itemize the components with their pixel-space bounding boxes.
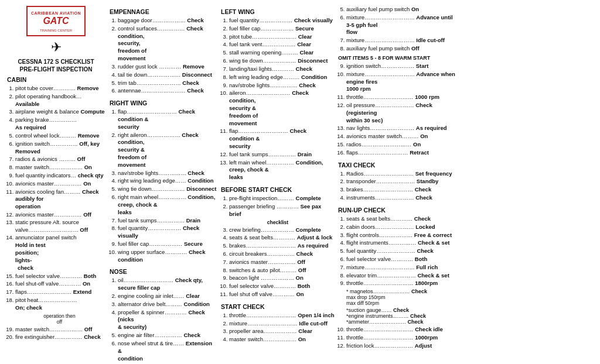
list-item: circuit breakers…………… Check [229,250,335,258]
list-item: flaps……………………… Retract [346,149,593,157]
list-item: engine air filter…………… Check [118,332,217,339]
list-item: left main wheel…………… Condition,creep, ch… [229,159,335,181]
left-wing-list: fuel quantity……………… Check visually fuel … [221,17,335,181]
list-item: pre-flight inspection……… Complete [229,195,335,202]
before-start-list-2: crew briefing……………… Complete seats & sea… [221,226,335,298]
list-item: fuel tank sumps…………… Drain [118,217,217,225]
list-item: master switch……………… Off [15,326,105,334]
cabin-title: CABIN [7,76,105,83]
list-item: control wheel lock……… Remove [15,132,105,140]
list-item: aileron…………………… Checkcondition,security … [229,90,335,127]
list-item: oil pressure………………… Check(registeringwit… [346,102,593,124]
list-item: cabin doors………………… Locked [346,224,593,231]
list-item: right wing leading edge…… Condition [118,177,217,185]
before-start-title: BEFORE START CHECK [221,186,335,193]
list-item: mixture……………………… Advance whenengine fire… [346,71,593,93]
col-left: CARIBBEAN AVIATION GATC TRAINING CENTER … [7,6,110,364]
list-item: fuel tank vent……………… Clear [229,41,335,49]
list-item: rudder gust lock ………… Remove [118,63,217,71]
list-item: pitot tube…………………… Clear [229,33,335,41]
list-item: wing tie down……………… Disconnect [229,57,335,65]
runup-list: seats & seat belts………… Check cabin doors… [338,215,593,287]
nose-title: NOSE [110,268,217,275]
list-item: ignition switch…………… Off, keyRemoved [15,140,105,156]
taxi-title: TAXI CHECK [338,162,593,169]
col-right-mid: LEFT WING fuel quantity……………… Check visu… [221,6,338,364]
list-item: avionics cooling fan……… Checkaudibly for… [15,188,105,211]
list-item: throttle……………………… Open 1/4 inch [229,312,335,320]
list-item: elevator trim………………… Check & set [346,272,593,280]
list-item: avionics master…………… Off [229,259,335,266]
list-item: annunciator panel switch Hold in testpos… [15,234,105,272]
list-item: engine cooling air inlet…… Clear [118,293,217,300]
suction-group: *suction gauge…… Check *engine instrumen… [346,307,593,325]
doc-title: CESSNA 172 S CHECKLIST [7,59,105,65]
list-item: fuel quantity……………… Check visually [229,17,335,25]
omit-list: ignition switch……………… Start mixture……………… [338,63,593,157]
logo-area: CARIBBEAN AVIATION GATC TRAINING CENTER … [7,6,105,55]
empennage-list: baggage door……………… Check control surface… [110,17,217,95]
list-item: seats & seat belts………… Adjust & lock [229,234,335,242]
list-item: oil……………………… Check qty,secure filler cap [118,277,217,292]
list-item: pitot heat………………… On; check [15,297,105,312]
list-item: crew briefing……………… Complete [229,226,335,234]
list-item: pitot tube cover………… Remove [15,85,105,92]
runup-section: RUN-UP CHECK seats & seat belts………… Chec… [338,207,593,350]
list-item: antennae…………………… Check [118,87,217,95]
list-item: avionics master switch……… On [346,133,593,140]
before-start-section: BEFORE START CHECK pre-flight inspection… [221,186,335,298]
list-item: nav/strobe lights…………… Check [229,82,335,90]
logo-gatc: GATC [43,16,69,26]
doc-subtitle: PRE-FLIGHT INSPECTION [7,66,105,73]
left-wing-section: LEFT WING fuel quantity……………… Check visu… [221,8,335,181]
list-item: static pressure Alt. sourcevalve……………………… [15,219,105,234]
list-item: flap……………………… Checkcondition &security [118,108,217,131]
before-start-list: pre-flight inspection……… Complete passen… [221,195,335,218]
empennage-section: EMPENNAGE baggage door……………… Check contr… [110,8,217,95]
omit-section: OMIT ITEMS 5 - 8 FOR WARM START ignition… [338,55,593,157]
taxi-section: TAXI CHECK Radios……………………… Set frequency… [338,162,593,202]
list-item: avionics master…………… Off [15,211,105,219]
list-item: avionics master…………… On [15,180,105,188]
col-right: auxiliary fuel pump switch On mixture………… [338,6,593,364]
start-check-list: throttle……………………… Open 1/4 inch mixture…… [221,312,335,344]
list-item: flight controls……………… Free & correct [346,232,593,239]
list-item: ignition switch……………… Start [346,63,593,70]
omit-title: OMIT ITEMS 5 - 8 FOR WARM START [338,55,593,61]
list-item: airplane weight & balance Compute [15,108,105,116]
operation-note: operation thenoff [14,313,105,325]
list-item: throttle……………………… 1000 rpm [346,94,593,101]
list-item: throttle……………………… 1000rpm [346,334,593,342]
list-item: fuel shut off valve………… On [229,291,335,298]
list-item: flight instruments…………… Check & set [346,239,593,247]
plane-icon: ✈ [7,40,105,55]
list-item: fuel selector valve………… Both [346,256,593,263]
runup-title: RUN-UP CHECK [338,207,593,214]
empennage-title: EMPENNAGE [110,8,217,15]
list-item: mixture……………………… Full rich [346,264,593,272]
list-item: fire extinguisher…………… Check [15,334,105,341]
list-item: fuel quantity……………… Check visually [118,225,217,240]
magnetos-group: * magnetos………………… Check max drop 150rpm … [346,289,593,306]
runup-list-2: throttle……………………… Check idle throttle………… [338,326,593,349]
list-item: passenger briefing ………… See pax brief [229,203,335,218]
list-item: fuel filler cap……………… Secure [118,241,217,248]
list-item: tail tie down……………… Disconnect [118,71,217,79]
list-item: nose wheel strut & tire…… Extension &con… [118,340,217,362]
cabin-list-cont: master switch……………… Off fire extinguishe… [7,326,105,342]
list-item: fuel quantity………………… Check [346,248,593,255]
list-item: propeller area……………… Clear [229,328,335,335]
list-item: stall warning opening……… Clear [229,49,335,57]
list-item: mixture……………………… Idle cut-off [229,320,335,328]
list-item: auxiliary fuel pump switch Off [346,45,593,53]
list-item: radios & avionics ……… Off [15,156,105,163]
list-item: propeller & spinner………… Check (nicks& se… [118,309,217,331]
list-item: control surfaces…………… Checkcondition,sec… [118,25,217,63]
list-item: fuel quantity indicators… check qty [15,172,105,180]
list-item: beacon light ……………… On [229,274,335,282]
list-item: fuel selector valve………… Both [15,273,105,280]
list-item: flap……………………… Checkcondition &security [229,128,335,150]
list-item: landing/taxi lights………… Check [229,66,335,73]
list-item: mixture……………………… Advance until3-5 gph fu… [346,14,593,36]
list-item: pilot operating handbook… Available [15,93,105,108]
